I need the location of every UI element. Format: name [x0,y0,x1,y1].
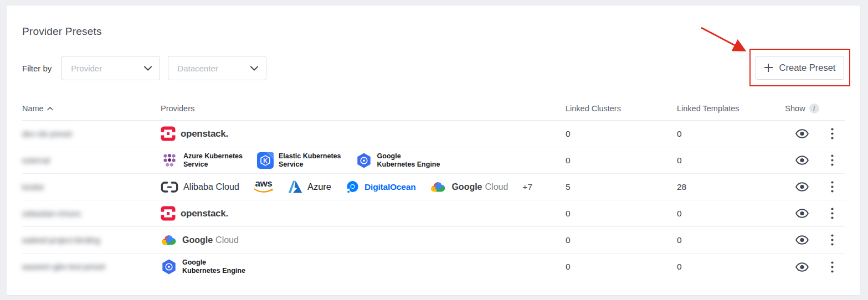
provider-google-cloud: GoogleCloud [430,180,508,194]
provider-google-kubernetes-engine: GoogleKubernetes Engine [356,152,440,169]
plus-icon [764,64,773,72]
row-menu-button[interactable] [828,258,837,276]
create-preset-label: Create Preset [779,63,836,73]
linked-clusters-value: 5 [566,182,677,192]
show-preset-button[interactable] [792,126,812,142]
providers-cell: GoogleCloud [161,234,566,247]
kebab-menu-icon [831,181,834,193]
kebab-menu-icon [831,261,834,273]
linked-clusters-value: 0 [566,262,677,272]
providers-cell: GoogleKubernetes Engine [161,258,566,275]
create-preset-button[interactable]: Create Preset [756,56,844,80]
providers-cell: openstack. [161,206,566,221]
provider-alibaba-cloud: Alibaba Cloud [161,181,239,193]
datacenter-filter-dropdown[interactable]: Datacenter [168,56,266,80]
google-kubernetes-engine-icon [161,258,177,275]
linked-clusters-value: 0 [566,129,677,139]
kebab-menu-icon [831,208,834,219]
linked-templates-value: 0 [677,129,785,139]
chevron-down-icon [144,66,152,71]
table-row: dev-rdc-preset openstack. 0 0 [22,121,845,147]
row-menu-button[interactable] [828,125,837,143]
svg-text:K: K [263,157,268,163]
presets-table: Name Providers Linked Clusters Linked Te… [22,102,845,280]
table-row: waseem-gke-test-preset GoogleKubernetes … [22,254,845,280]
elastic-kubernetes-service-icon: K [257,152,274,169]
providers-cell: Alibaba Cloud aws Azure [161,180,566,194]
show-preset-button[interactable] [792,152,812,168]
eye-icon [795,262,809,272]
linked-clusters-value: 0 [566,156,677,165]
column-header-linked-templates: Linked Templates [677,104,785,119]
show-preset-button[interactable] [792,232,812,248]
kebab-menu-icon [831,154,834,166]
show-preset-button[interactable] [792,259,812,275]
openstack-icon [161,206,176,221]
provider-overflow-count[interactable]: +7 [522,182,532,192]
column-header-name[interactable]: Name [22,104,161,119]
preset-name: external [22,156,50,165]
page-title: Provider Presets [22,25,845,38]
provider-google-cloud: GoogleCloud [161,234,239,247]
google-cloud-icon [430,180,446,194]
digitalocean-icon [346,180,359,194]
preset-name: kostiw [22,183,44,192]
row-menu-button[interactable] [828,151,837,169]
provider-digitalocean: DigitalOcean [346,180,415,194]
provider-filter-placeholder: Provider [71,64,102,73]
row-menu-button[interactable] [828,231,837,249]
filter-by-label: Filter by [22,64,52,73]
linked-clusters-value: 0 [566,235,677,245]
provider-openstack: openstack. [161,206,228,221]
provider-google-kubernetes-engine: GoogleKubernetes Engine [161,258,245,275]
provider-elastic-kubernetes-service: K Elastic KubernetesService [257,152,341,169]
linked-templates-value: 28 [677,182,785,192]
provider-openstack: openstack. [161,126,228,141]
linked-templates-value: 0 [677,262,785,272]
provider-azure: Azure [288,180,331,194]
linked-templates-value: 0 [677,235,785,245]
azure-kubernetes-service-icon [161,152,178,169]
eye-icon [795,156,809,165]
alibaba-cloud-icon [161,181,178,193]
info-icon[interactable]: i [809,104,819,113]
aws-icon: aws [254,180,274,193]
provider-filter-dropdown[interactable]: Provider [61,56,160,80]
table-row: sebastian-rimovs openstack. 0 0 [22,200,845,227]
table-body: dev-rdc-preset openstack. 0 0 [22,121,845,280]
row-menu-button[interactable] [828,204,837,223]
providers-cell: Azure KubernetesService K Elastic Kubern… [161,152,566,169]
row-menu-button[interactable] [828,178,837,196]
openstack-icon [161,126,176,141]
column-header-providers: Providers [161,104,566,119]
filter-bar: Filter by Provider Datacenter [22,56,845,80]
eye-icon [795,209,809,218]
table-row: waleed-project-binding GoogleCloud 0 0 [22,227,845,254]
preset-name: dev-rdc-preset [22,130,72,138]
show-preset-button[interactable] [792,179,812,195]
column-header-linked-clusters: Linked Clusters [566,104,677,119]
column-header-show: Show i [785,104,819,120]
sort-ascending-icon [47,107,53,111]
provider-aws: aws [254,180,274,193]
kebab-menu-icon [831,128,834,139]
datacenter-filter-placeholder: Datacenter [177,64,218,73]
table-row: kostiw Alibaba Cloud aws Azur [22,174,845,200]
linked-clusters-value: 0 [566,209,677,219]
provider-azure-kubernetes-service: Azure KubernetesService [161,152,243,169]
table-header: Name Providers Linked Clusters Linked Te… [22,102,845,121]
preset-name: waseem-gke-test-preset [22,262,105,271]
google-cloud-icon [161,234,177,247]
preset-name: waleed-project-binding [22,236,100,245]
provider-presets-card: Provider Presets Filter by Provider Data… [7,6,860,295]
eye-icon [795,182,809,192]
eye-icon [795,129,809,138]
table-row: external Azure KubernetesService K [22,147,845,174]
show-preset-button[interactable] [792,205,812,221]
kebab-menu-icon [831,234,834,246]
linked-templates-value: 0 [677,156,785,165]
azure-icon [288,180,302,194]
chevron-down-icon [250,66,258,71]
linked-templates-value: 0 [677,209,785,219]
providers-cell: openstack. [161,126,566,141]
